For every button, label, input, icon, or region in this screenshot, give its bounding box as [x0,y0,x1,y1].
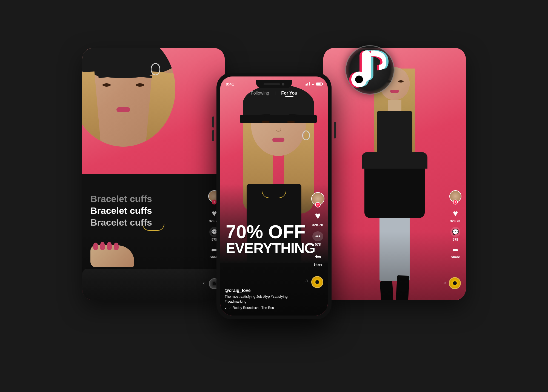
music-disc [311,276,323,288]
disc-inner [315,280,319,284]
comment-icon: ••• [312,231,323,241]
left-heart-icon: ♥ [212,208,217,218]
notch-camera [282,83,284,86]
follow-plus-icon[interactable]: + [315,202,321,208]
wifi-icon: ▲ [311,82,315,86]
share-icon-wrap: ➦ [312,251,323,262]
phone-power-button [334,122,336,138]
phone-screen: 9:41 ▲ [220,76,328,316]
nail-1 [93,243,98,250]
left-follow-plus[interactable]: + [212,200,217,204]
signal-icon [305,82,310,86]
phone-frame: 9:41 ▲ [216,73,332,319]
right-sidebar-actions: + ♥ 328.7K 💬 578 ➦ Share [449,190,461,259]
center-necklace [262,191,286,198]
left-eye-right [136,83,144,87]
music-info: ♫ ♫ Roddy Roundicch - The Rou [225,306,309,310]
center-lips [272,138,284,142]
right-follow-plus[interactable]: + [453,200,458,204]
right-neck [388,100,401,111]
screen-left: Bracelet cuffs Bracelet cuffs Bracelet c… [82,48,225,300]
sale-everything-text: EVERYTHING [226,241,315,255]
center-cap-brim [240,115,317,123]
left-eye-left [102,83,111,87]
right-avatar-wrap: + [449,190,461,202]
center-model-shape [235,93,322,197]
right-jacket [364,152,425,218]
phone-center: 9:41 ▲ [216,73,332,319]
comment-action[interactable]: ••• 578 [312,231,323,246]
right-share-label: Share [451,255,460,259]
left-comment-count: 578 [212,238,217,242]
phone-volume-down [212,130,214,141]
nail-4 [114,243,119,250]
right-share-action[interactable]: ➦ Share [451,245,460,259]
share-label: Share [314,263,322,266]
right-comment-icon: 💬 [450,227,460,237]
bracelet-line-2: Bracelet cuffs [90,205,152,216]
left-hand [90,245,134,267]
tiktok-note-svg [346,46,394,94]
caption: The most satisfying Job #fyp #satisfying… [225,294,309,304]
username: @craig_love [225,288,309,293]
nav-divider: | [275,91,276,95]
share-action[interactable]: ➦ Share [312,251,323,266]
right-comment-action[interactable]: 💬 578 [450,227,460,242]
left-video-content: Bracelet cuffs Bracelet cuffs Bracelet c… [82,48,225,300]
like-count: 328.7K [312,223,324,227]
right-turtleneck [377,111,412,158]
right-like-count: 328.7K [450,219,461,223]
left-face-shape [82,48,175,147]
like-action[interactable]: ♥ 328.7K [312,210,324,227]
right-eye-right [398,80,404,83]
right-heart-icon: ♥ [453,208,458,218]
screen-right: + ♥ 328.7K 💬 578 ➦ Share [323,48,466,300]
tab-for-you[interactable]: For You [281,91,297,95]
signal-bar-4 [309,82,310,86]
right-like-action[interactable]: ♥ 328.7K [450,208,461,223]
video-content: 70% OFF EVERYTHING + [220,76,328,316]
right-share-icon: ➦ [452,245,458,254]
notch-speaker [264,83,280,85]
heart-icon-wrap: ♥ [312,210,324,222]
battery-fill [317,83,321,85]
music-title: ♫ Roddy Roundicch - The Rou [229,306,274,310]
bracelet-line-3: Bracelet cuffs [90,217,152,228]
nav-active-underline [285,96,293,97]
nail-2 [100,242,105,250]
avatar-button[interactable]: + [311,192,324,205]
signal-bar-1 [305,84,306,86]
music-note-icon: ♫ [305,278,308,283]
left-lips [116,107,130,112]
right-music-disc [449,277,461,289]
share-icon: ➦ [315,252,321,261]
signal-bar-2 [306,84,307,86]
signal-bar-3 [307,83,308,86]
status-icons: ▲ [305,82,322,86]
center-face [251,93,306,156]
phone-volume-up [212,117,214,127]
left-music-note: ♫ [203,281,206,285]
left-disc-inner [213,282,216,285]
status-time: 9:41 [226,82,234,86]
nail-3 [107,242,112,250]
center-earring [302,130,310,140]
caption-text: The most satisfying Job #fyp #satisfying… [225,294,288,303]
sidebar-actions: + ♥ 328.7K ••• [311,192,324,266]
right-comment-count: 578 [453,238,458,242]
bottom-info: @craig_love The most satisfying Job #fyp… [225,288,309,310]
logo-circle [345,45,395,95]
right-jacket-fur [362,152,427,169]
right-music-note: ♫ [443,281,446,285]
bracelet-line-1: Bracelet cuffs [90,194,152,204]
comment-count: 578 [315,242,321,246]
center-nose [276,128,281,132]
right-video-content: + ♥ 328.7K 💬 578 ➦ Share [323,48,466,300]
heart-icon: ♥ [315,210,321,221]
comment-dots: ••• [315,234,321,239]
right-disc-inner [453,281,457,285]
tab-following[interactable]: Following [251,91,269,96]
left-bracelet-text: Bracelet cuffs Bracelet cuffs Bracelet c… [90,194,152,229]
scene: Bracelet cuffs Bracelet cuffs Bracelet c… [82,32,466,360]
svg-point-6 [355,76,363,83]
